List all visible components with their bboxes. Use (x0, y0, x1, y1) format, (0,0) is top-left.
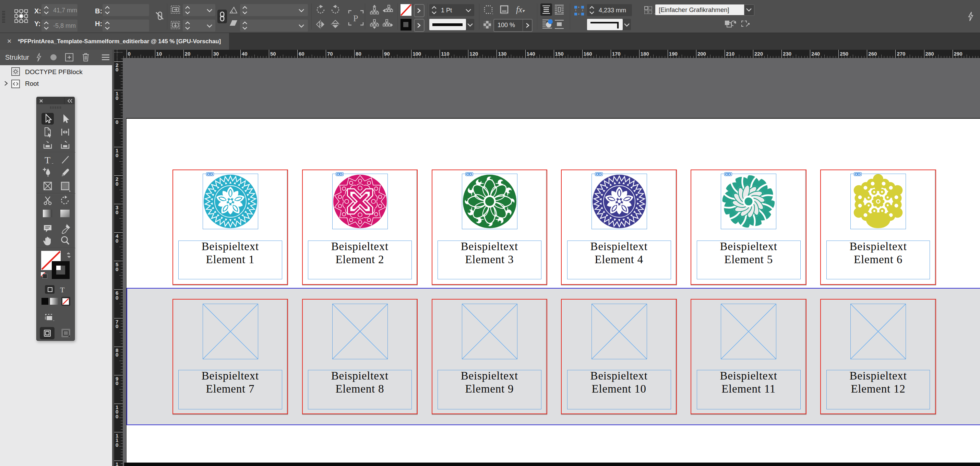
svg-text:T: T (45, 155, 50, 165)
svg-text:P: P (353, 13, 358, 23)
